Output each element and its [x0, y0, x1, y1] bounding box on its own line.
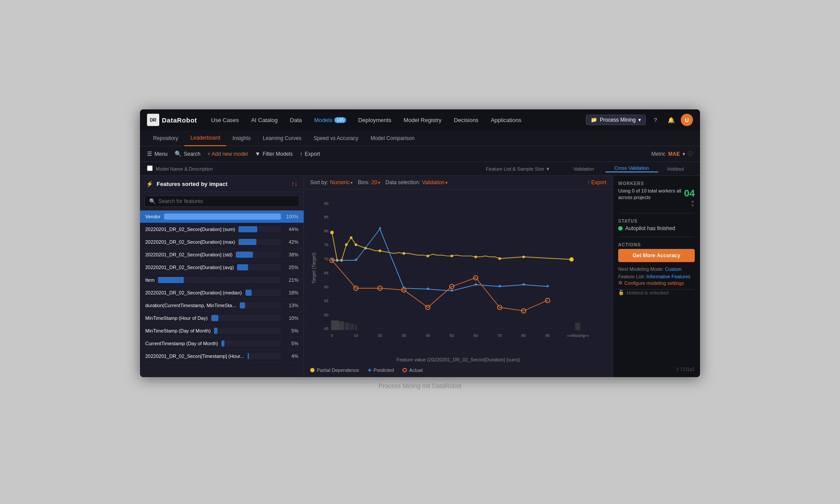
feature-list-item[interactable]: 20220201_DR_02_Secon[Timestamp] (Hour...…	[140, 350, 304, 363]
svg-text:80: 80	[324, 229, 329, 233]
sort-toggle[interactable]: ↑↓	[291, 180, 298, 187]
tab-repository[interactable]: Repository	[147, 130, 184, 146]
bins-control[interactable]: Bins: 20	[358, 179, 380, 186]
add-model-button[interactable]: + Add new model	[207, 151, 248, 157]
page-caption: Process Mining mit DataRobot	[378, 377, 461, 395]
svg-text:Target (Target): Target (Target)	[311, 252, 316, 284]
col-header-feature-list[interactable]: Feature List & Sample Size ▼	[474, 166, 562, 172]
tab-speed-accuracy[interactable]: Speed vs Accuracy	[308, 130, 364, 146]
svg-text:10: 10	[354, 333, 358, 338]
svg-text:80: 80	[522, 333, 526, 338]
workers-row: Using 0 of 10 total workers all across p…	[618, 188, 695, 208]
nav-right-controls: 📁 Process Mining ▾ ? 🔔 U	[586, 114, 693, 126]
nav-decisions[interactable]: Decisions	[448, 109, 483, 130]
svg-text:90: 90	[546, 333, 550, 338]
filter-icon: ▼	[255, 150, 260, 157]
feature-list-item[interactable]: duration(CurrentTimestamp, MinTimeSta...…	[140, 299, 304, 312]
export-button[interactable]: ↑ Export	[300, 150, 320, 157]
data-selection-control[interactable]: Data selection: Validation	[385, 179, 448, 186]
feature-list-item[interactable]: 20220201_DR_02_Secon[Duration] (median) …	[140, 287, 304, 299]
nav-models[interactable]: Models 145	[309, 109, 351, 130]
nav-use-cases[interactable]: Use Cases	[206, 109, 244, 130]
version-label: V 7131a1	[618, 367, 695, 372]
menu-icon: ☰	[147, 150, 152, 157]
chart-wrapper: Target (Target)	[304, 189, 612, 357]
top-navigation: DR DataRobot Use Cases AI Catalog Data M…	[140, 109, 700, 130]
get-accuracy-button[interactable]: Get More Accuracy	[618, 249, 695, 262]
svg-text:+: +	[427, 286, 430, 292]
help-button[interactable]: ?	[649, 114, 662, 126]
svg-point-50	[498, 257, 501, 260]
svg-text:50: 50	[450, 333, 454, 338]
search-icon: 🔍	[175, 150, 182, 157]
menu-button[interactable]: ☰ Menu	[147, 150, 168, 157]
col-header-cross-validation: Cross Validation	[606, 165, 658, 172]
chevron-down-icon: ▾	[682, 151, 685, 157]
notification-button[interactable]: 🔔	[665, 114, 677, 126]
tab-learning-curves[interactable]: Learning Curves	[257, 130, 308, 146]
models-badge: 145	[334, 117, 346, 123]
user-avatar[interactable]: U	[681, 114, 693, 126]
logo-area[interactable]: DR DataRobot	[147, 114, 197, 126]
feature-search-input[interactable]	[158, 198, 294, 204]
svg-text:30: 30	[402, 333, 406, 338]
nav-deployments[interactable]: Deployments	[353, 109, 397, 130]
svg-text:50: 50	[324, 313, 329, 317]
configure-link[interactable]: ⚙ Configure modeling settings	[618, 280, 695, 286]
feature-list-item[interactable]: MinTimeStamp (Day of Month) 5%	[140, 325, 304, 337]
svg-text:+: +	[546, 283, 550, 289]
filter-models-button[interactable]: ▼ Filter Models	[255, 150, 293, 157]
project-selector[interactable]: 📁 Process Mining ▾	[586, 115, 646, 125]
select-all-checkbox[interactable]	[147, 165, 153, 171]
svg-point-46	[402, 252, 405, 255]
svg-text:60: 60	[324, 285, 329, 289]
metric-selector[interactable]: Metric MAE ▾ ⓘ	[651, 150, 693, 158]
feature-list-item[interactable]: Item 21%	[140, 274, 304, 287]
svg-point-43	[355, 243, 357, 246]
feature-list: Vendor 100% 20220201_DR_02_Secon[Duratio…	[140, 210, 304, 377]
nav-data[interactable]: Data	[285, 109, 307, 130]
svg-text:+: +	[474, 281, 477, 287]
status-section: STATUS Autopilot has finished	[618, 219, 695, 231]
svg-point-49	[474, 256, 477, 258]
logo-text: DataRobot	[162, 116, 197, 124]
feature-list-item[interactable]: Vendor 100%	[140, 210, 304, 223]
modeling-mode-info: Next Modeling Mode: Custom	[618, 266, 695, 273]
feature-list-item[interactable]: MinTimeStamp (Hour of Day) 10%	[140, 312, 304, 325]
workers-text: Using 0 of 10 total workers all across p…	[618, 188, 684, 201]
logo-icon: DR	[147, 114, 159, 126]
feature-list-info: Feature List: Informative Features	[618, 273, 695, 280]
feature-list-item[interactable]: 20220201_DR_02_Secon[Duration] (std) 38%	[140, 248, 304, 261]
tab-insights[interactable]: Insights	[226, 130, 256, 146]
sort-by-control[interactable]: Sort by: Numeric	[310, 179, 353, 186]
nav-ai-catalog[interactable]: AI Catalog	[246, 109, 283, 130]
sub-navigation: Repository Leaderboard Insights Learning…	[140, 130, 700, 146]
svg-text:==Missing==: ==Missing==	[567, 333, 589, 338]
workers-arrows[interactable]: ▲▼	[690, 199, 695, 208]
svg-rect-35	[350, 323, 354, 330]
feature-list-item[interactable]: 20220201_DR_02_Secon[Duration] (avg) 25%	[140, 261, 304, 274]
predicted-icon: +	[368, 367, 371, 374]
tab-model-comparison[interactable]: Model Comparison	[364, 130, 421, 146]
checkbox-col[interactable]	[147, 165, 156, 173]
svg-text:75: 75	[324, 243, 329, 247]
svg-text:0: 0	[331, 333, 333, 338]
feature-list-item[interactable]: 20220201_DR_02_Secon[Duration] (sum) 44%	[140, 223, 304, 236]
svg-rect-36	[355, 325, 357, 330]
chevron-down-icon: ▾	[638, 117, 641, 123]
search-button[interactable]: 🔍 Search	[175, 150, 200, 157]
feature-list-item[interactable]: CurrentTimestamp (Day of Month) 5%	[140, 337, 304, 350]
svg-text:+: +	[355, 257, 358, 263]
metric-label: Metric	[651, 151, 666, 157]
feature-search-box[interactable]: 🔍	[144, 196, 299, 207]
tab-leaderboard[interactable]: Leaderboard	[184, 130, 226, 146]
chart-export-button[interactable]: ↑ Export	[587, 179, 606, 186]
panel-header: ⚡ Features sorted by impact ↑↓	[140, 176, 304, 192]
feature-list-item[interactable]: 20220201_DR_02_Secon[Duration] (max) 42%	[140, 236, 304, 248]
filter-icon: ▼	[546, 166, 550, 172]
legend-predicted: + Predicted	[368, 367, 394, 374]
divider-2	[618, 237, 695, 237]
nav-model-registry[interactable]: Model Registry	[399, 109, 447, 130]
svg-rect-32	[331, 320, 339, 330]
nav-applications[interactable]: Applications	[486, 109, 527, 130]
